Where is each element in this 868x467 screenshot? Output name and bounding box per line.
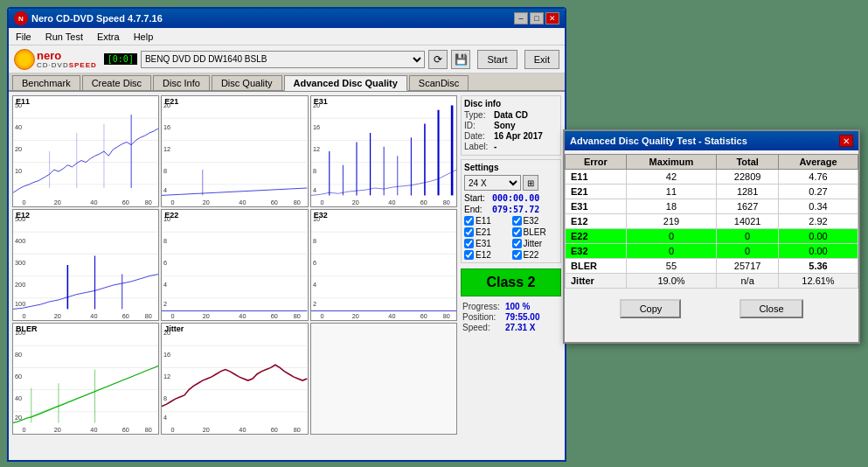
progress-label: Progress:: [462, 302, 502, 311]
speed-dropdown[interactable]: 24 X: [464, 175, 521, 191]
tabs: Benchmark Create Disc Disc Info Disc Qua…: [9, 73, 565, 92]
checkbox-e32-input[interactable]: [512, 216, 522, 226]
graph-e22-title: E22: [164, 211, 178, 220]
svg-text:0: 0: [22, 426, 25, 434]
disc-type-value: Data CD: [494, 110, 528, 120]
row-e31-error: E31: [566, 199, 627, 214]
table-row: E11 42 22809 4.76: [566, 170, 858, 185]
stats-table-header-row: Error Maximum Total Average: [566, 155, 858, 170]
checkbox-e21-input[interactable]: [464, 227, 474, 237]
graph-jitter: Jitter 20 16 12 8 4 0 20 40 60 80: [161, 323, 308, 435]
disc-info-button[interactable]: 💾: [451, 50, 470, 69]
refresh-button[interactable]: ⟳: [428, 50, 448, 69]
close-button[interactable]: Close: [740, 299, 802, 318]
svg-text:60: 60: [271, 199, 278, 206]
speed-row: 24 X ⊞: [464, 175, 558, 191]
svg-text:20: 20: [351, 312, 358, 320]
svg-text:20: 20: [203, 199, 210, 206]
row-bler-total: 25717: [717, 259, 779, 274]
disc-info-section: Disc info Type: Data CD ID: Sony Date: 1…: [461, 95, 561, 156]
stats-window: Advanced Disc Quality Test - Statistics …: [563, 129, 860, 344]
svg-text:80: 80: [294, 426, 301, 434]
table-row: E31 18 1627 0.34: [566, 199, 858, 214]
logo: nero CD·DVDSPEED: [14, 49, 97, 70]
svg-text:60: 60: [122, 199, 129, 206]
start-button[interactable]: Start: [477, 50, 517, 69]
graphs-area: E11 50 40 20 10 0 20 40: [12, 95, 457, 435]
svg-text:80: 80: [15, 351, 22, 359]
class-badge: Class 2: [461, 268, 561, 296]
exit-button[interactable]: Exit: [524, 50, 559, 69]
checkbox-e12-input[interactable]: [464, 250, 474, 260]
tab-create-disc[interactable]: Create Disc: [82, 75, 151, 90]
graph-e31-svg: 20 16 12 8 4 0 20 40 60 80: [311, 96, 456, 206]
svg-text:60: 60: [15, 373, 22, 380]
row-e12-total: 14021: [717, 214, 779, 229]
tab-disc-quality[interactable]: Disc Quality: [212, 75, 282, 90]
checkbox-e21-label: E21: [476, 227, 491, 237]
drive-dropdown[interactable]: BENQ DVD DD DW1640 BSLB: [141, 51, 426, 68]
svg-text:4: 4: [163, 186, 167, 194]
main-window: N Nero CD-DVD Speed 4.7.7.16 – □ ✕ File …: [7, 7, 566, 462]
nero-logo-icon: [14, 49, 35, 70]
checkbox-bler-input[interactable]: [512, 227, 522, 237]
row-e31-total: 1627: [717, 199, 779, 214]
svg-text:40: 40: [90, 199, 97, 206]
row-bler-max: 55: [626, 259, 717, 274]
svg-rect-0: [13, 96, 158, 206]
side-panel: Disc info Type: Data CD ID: Sony Date: 1…: [461, 95, 561, 435]
table-row: BLER 55 25717 5.36: [566, 259, 858, 274]
svg-text:40: 40: [90, 426, 97, 434]
row-e22-total: 0: [717, 229, 779, 244]
checkbox-e31-input[interactable]: [464, 239, 474, 248]
logo-text-area: nero CD·DVDSPEED: [37, 50, 97, 69]
disc-label-label: Label:: [464, 142, 490, 151]
col-error: Error: [566, 155, 627, 170]
tab-scandisc[interactable]: ScanDisc: [409, 75, 469, 90]
graph-e12-title: E12: [16, 211, 30, 220]
checkbox-e31-label: E31: [476, 239, 491, 248]
tab-disc-info[interactable]: Disc Info: [153, 75, 210, 90]
speed-icon-btn[interactable]: ⊞: [523, 175, 538, 191]
stats-close-icon[interactable]: ✕: [839, 135, 853, 147]
row-e31-avg: 0.34: [779, 199, 858, 214]
tab-benchmark[interactable]: Benchmark: [12, 75, 80, 90]
checkbox-jitter-input[interactable]: [512, 239, 522, 248]
checkbox-bler: BLER: [512, 227, 559, 237]
minimize-button[interactable]: –: [514, 12, 528, 24]
graph-e21-svg: 20 16 12 8 4 0 20 40 60 80: [162, 96, 307, 206]
graph-e12: E12 500 400 300 200 100 0 20 40 60 8: [12, 209, 159, 321]
svg-text:0: 0: [171, 426, 175, 434]
menu-run-test[interactable]: Run Test: [42, 31, 87, 43]
menu-file[interactable]: File: [12, 31, 35, 43]
table-row: E32 0 0 0.00: [566, 244, 858, 259]
graph-e32: E32 10 8 6 4 2 0 20 40 60 80: [310, 209, 457, 321]
checkbox-e22-input[interactable]: [512, 250, 522, 260]
row-e11-avg: 4.76: [779, 170, 858, 185]
svg-text:60: 60: [271, 426, 278, 434]
svg-text:8: 8: [313, 237, 316, 245]
svg-text:20: 20: [54, 199, 61, 206]
graph-e11: E11 50 40 20 10 0 20 40: [12, 95, 159, 207]
graph-e21-title: E21: [164, 97, 178, 106]
tab-advanced-disc-quality[interactable]: Advanced Disc Quality: [284, 75, 407, 91]
disc-label-row: Label: -: [464, 142, 558, 151]
svg-text:100: 100: [15, 300, 25, 308]
menu-extra[interactable]: Extra: [94, 31, 123, 43]
disc-info-title: Disc info: [464, 99, 558, 108]
close-button[interactable]: ✕: [545, 12, 559, 24]
svg-text:80: 80: [145, 426, 152, 434]
row-e22-max: 0: [626, 229, 717, 244]
disc-type-label: Type:: [464, 110, 490, 120]
menu-help[interactable]: Help: [130, 31, 157, 43]
speed-label: Speed:: [462, 323, 502, 332]
maximize-button[interactable]: □: [530, 12, 544, 24]
checkbox-e11-input[interactable]: [464, 216, 474, 226]
checkbox-e11: E11: [464, 216, 510, 226]
svg-text:40: 40: [240, 199, 247, 206]
svg-text:20: 20: [54, 426, 61, 434]
graph-jitter-svg: 20 16 12 8 4 0 20 40 60 80: [162, 324, 307, 434]
copy-button[interactable]: Copy: [620, 299, 681, 318]
title-controls: – □ ✕: [514, 12, 559, 24]
table-row: Jitter 19.0% n/a 12.61%: [566, 274, 858, 289]
